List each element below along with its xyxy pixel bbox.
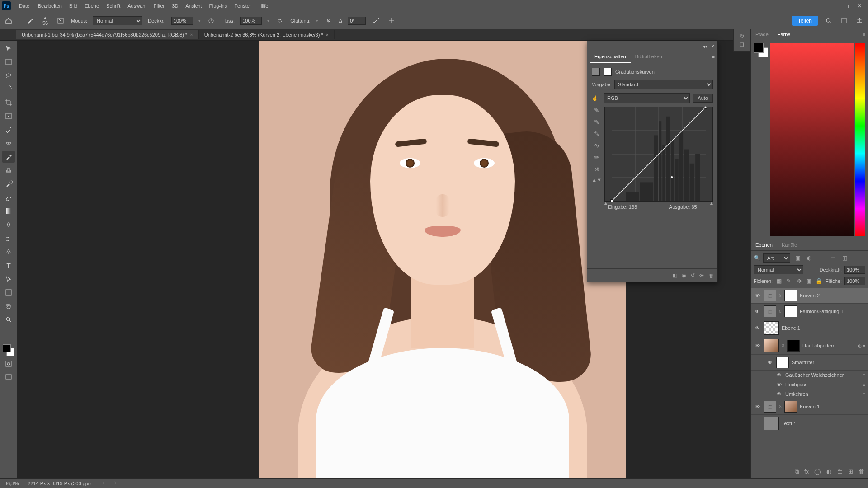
layer-row-1[interactable]: 👁⬚𝟾Farbton/Sättigung 1 — [751, 304, 868, 319]
layer-mask-thumb[interactable] — [784, 290, 797, 301]
filter-expand-icon[interactable]: ◐ ▾ — [858, 343, 865, 348]
filter-pixel-icon[interactable]: ▣ — [793, 254, 802, 262]
dodge-tool[interactable] — [2, 232, 15, 244]
layer-row-6[interactable]: 👁Hochpass≡ — [751, 380, 868, 389]
layer-row-3[interactable]: 👁𝟾Haut abpudern◐ ▾ — [751, 337, 868, 355]
layer-name[interactable]: Kurven 1 — [800, 404, 865, 409]
maximize-icon[interactable]: ◻ — [844, 3, 849, 9]
layer-row-5[interactable]: 👁Gaußscher Weichzeichner≡ — [751, 371, 868, 380]
smoothing-gear-icon[interactable]: ⚙ — [324, 16, 334, 26]
target-adjust-icon[interactable]: ☝ — [592, 95, 601, 101]
panel-menu-icon[interactable]: ≡ — [709, 51, 717, 63]
new-adjustment-icon[interactable]: ◐ — [826, 468, 831, 475]
gray-eyedropper-icon[interactable]: ✎ — [594, 118, 599, 126]
brush-panel-icon[interactable] — [56, 16, 66, 26]
menu-hilfe[interactable]: Hilfe — [255, 1, 272, 10]
artboard-tool[interactable] — [2, 56, 15, 68]
pen-tool[interactable] — [2, 246, 15, 258]
layer-visibility-toggle[interactable]: 👁 — [766, 360, 774, 365]
eyedropper-tool[interactable] — [2, 124, 15, 136]
layer-name[interactable]: Kurven 2 — [800, 293, 865, 298]
layer-mask-thumb[interactable] — [784, 305, 797, 317]
flow-input[interactable] — [240, 17, 262, 25]
airbrush-icon[interactable] — [275, 16, 285, 26]
layers-panel-menu-icon[interactable]: ≡ — [860, 239, 868, 250]
hand-tool[interactable] — [2, 300, 15, 312]
black-eyedropper-icon[interactable]: ✎ — [594, 107, 599, 114]
menu-bearbeiten[interactable]: Bearbeiten — [34, 1, 66, 10]
opacity-dropdown-icon[interactable]: ▾ — [198, 19, 201, 23]
brush-preview[interactable]: ●56 — [40, 16, 50, 26]
menu-bild[interactable]: Bild — [66, 1, 81, 10]
status-left-icon[interactable]: 〈 — [100, 480, 105, 487]
black-slider[interactable]: ▲ — [604, 201, 608, 206]
link-mask-icon[interactable]: 𝟾 — [779, 404, 782, 409]
stamp-tool[interactable] — [2, 164, 15, 176]
layer-name[interactable]: Umkehren — [785, 391, 860, 397]
saturation-brightness-field[interactable] — [770, 43, 854, 236]
menu-schrift[interactable]: Schrift — [103, 1, 124, 10]
gradient-tool[interactable] — [2, 205, 15, 217]
tab-eigenschaften[interactable]: Eigenschaften — [590, 51, 631, 63]
white-eyedropper-icon[interactable]: ✎ — [594, 130, 599, 137]
layer-blend-select[interactable]: Normal — [754, 265, 803, 274]
status-right-icon[interactable]: 〉 — [114, 480, 119, 487]
link-mask-icon[interactable]: 𝟾 — [779, 309, 782, 314]
share-button[interactable]: Teilen — [792, 16, 818, 26]
menu-plug-ins[interactable]: Plug-ins — [205, 1, 231, 10]
tab-ebenen[interactable]: Ebenen — [751, 239, 777, 250]
filter-search-icon[interactable]: 🔍 — [754, 255, 760, 261]
layer-visibility-toggle[interactable]: 👁 — [754, 343, 761, 348]
move-tool[interactable] — [2, 42, 15, 54]
smooth-icon[interactable]: ⤨ — [594, 165, 599, 173]
menu-auswahl[interactable]: Auswahl — [124, 1, 150, 10]
filter-blend-icon[interactable]: ≡ — [863, 382, 865, 387]
type-tool[interactable]: T — [2, 259, 15, 271]
brush-tool[interactable] — [2, 151, 15, 163]
draw-curve-icon[interactable]: ✏ — [594, 154, 599, 161]
hue-slider[interactable] — [855, 43, 865, 236]
layer-visibility-toggle[interactable]: 👁 — [754, 325, 761, 331]
menu-filter[interactable]: Filter — [150, 1, 168, 10]
flow-dropdown-icon[interactable]: ▾ — [267, 19, 269, 23]
new-group-icon[interactable]: 🗀 — [837, 468, 843, 475]
history-panel-icon[interactable]: ◷ — [740, 33, 744, 38]
shape-tool[interactable] — [2, 286, 15, 298]
filter-blend-icon[interactable]: ≡ — [863, 392, 865, 397]
tab-pfade[interactable]: Pfade — [751, 29, 773, 40]
filter-visibility-toggle[interactable]: 👁 — [775, 382, 783, 387]
link-mask-icon[interactable]: 𝟾 — [779, 293, 782, 298]
layer-name[interactable]: Hochpass — [785, 382, 860, 387]
doc-dims-readout[interactable]: 2214 Px × 3319 Px (300 ppi) — [28, 481, 91, 486]
layer-visibility-toggle[interactable]: 👁 — [754, 293, 761, 298]
filter-visibility-toggle[interactable]: 👁 — [775, 391, 783, 397]
document-canvas[interactable] — [259, 41, 626, 478]
layer-fx-icon[interactable]: fx — [804, 468, 809, 475]
lasso-tool[interactable] — [2, 70, 15, 81]
layer-name[interactable]: Textur — [782, 421, 865, 426]
filter-type-select[interactable]: Art — [763, 253, 790, 263]
layer-row-0[interactable]: 👁⬚𝟾Kurven 2 — [751, 288, 868, 304]
delete-layer-icon[interactable]: 🗑 — [859, 468, 864, 475]
minimize-icon[interactable]: — — [831, 3, 836, 9]
fg-bg-mini-swatch[interactable] — [754, 43, 768, 57]
clip-to-layer-icon[interactable]: ◧ — [673, 272, 677, 278]
zoom-readout[interactable]: 36,3% — [5, 481, 19, 486]
eraser-tool[interactable] — [2, 192, 15, 203]
layer-row-4[interactable]: 👁Smartfilter — [751, 355, 868, 371]
smartfilter-mask[interactable] — [776, 357, 789, 368]
home-icon[interactable] — [4, 16, 14, 26]
pressure-opacity-icon[interactable] — [206, 16, 216, 26]
layer-visibility-toggle[interactable]: 👁 — [754, 309, 761, 314]
layer-name[interactable]: Smartfilter — [792, 360, 865, 365]
lock-pixels-icon[interactable]: ✎ — [785, 277, 793, 285]
close-icon[interactable]: ✕ — [857, 3, 862, 9]
blur-tool[interactable] — [2, 219, 15, 230]
pressure-size-icon[interactable] — [371, 16, 381, 26]
tab-kanale[interactable]: Kanäle — [777, 239, 802, 250]
doc-tab-1[interactable]: Unbenannt-2 bei 36,3% (Kurven 2, Ebenenm… — [199, 30, 335, 39]
layer-row-9[interactable]: Textur — [751, 415, 868, 432]
channel-select[interactable]: RGB — [604, 93, 690, 103]
reset-icon[interactable]: ↺ — [691, 272, 695, 278]
layer-name[interactable]: Haut abpudern — [802, 343, 855, 348]
